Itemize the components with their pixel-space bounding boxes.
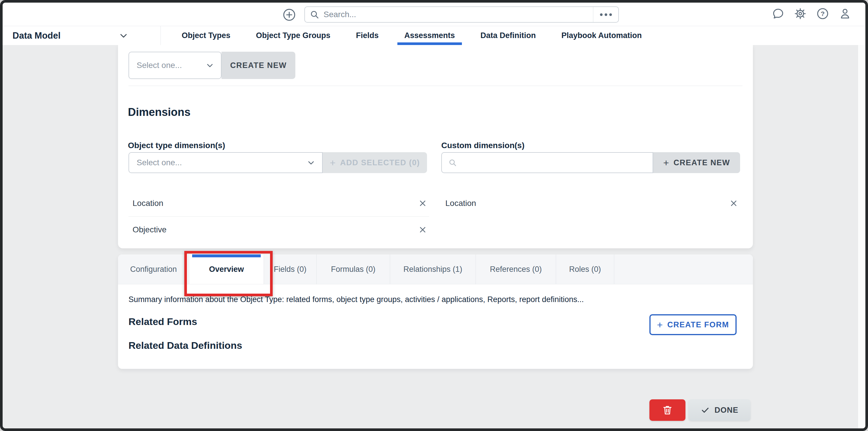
detail-tab-strip: Configuration Overview Fields (0) Formul… [118,255,753,284]
tab-configuration[interactable]: Configuration [118,255,189,284]
object-type-dimension-list: Location Objective [128,190,429,243]
section-divider [128,86,742,86]
related-data-definitions-heading: Related Data Definitions [128,340,242,351]
tab-overview[interactable]: Overview [189,255,264,284]
plus-icon: + [330,158,336,168]
chevron-down-icon [119,31,128,41]
tab-data-definition[interactable]: Data Definition [468,26,549,45]
custom-dimension-search-input[interactable] [462,158,647,168]
object-type-dimension-placeholder: Select one... [136,158,306,167]
search-input[interactable] [323,9,593,20]
remove-icon[interactable] [729,199,738,208]
create-new-custom-dimension-button[interactable]: + CREATE NEW [653,152,740,173]
top-header-bar: ? [3,3,865,26]
search-icon [310,9,319,20]
remove-icon[interactable] [418,199,427,208]
settings-gear-icon[interactable] [794,7,807,20]
chat-icon[interactable] [772,7,784,20]
create-new-button[interactable]: CREATE NEW [221,52,295,79]
help-icon[interactable]: ? [816,7,829,20]
chevron-down-icon [205,61,215,70]
done-button[interactable]: DONE [688,399,750,421]
chevron-down-icon [306,158,316,167]
remove-icon[interactable] [418,225,427,234]
list-item: Location [441,190,740,217]
tab-object-type-groups[interactable]: Object Type Groups [243,26,343,45]
assessment-config-card: Select one... CREATE NEW Dimensions Obje… [118,45,753,248]
focus-select-placeholder: Select one... [136,61,205,70]
svg-text:?: ? [820,10,825,18]
object-type-dimensions-label: Object type dimension(s) [128,141,225,150]
tab-playbook-automation[interactable]: Playbook Automation [549,26,655,45]
scrollbar-track[interactable] [858,26,865,428]
check-icon [701,405,710,415]
list-item: Objective [128,217,429,243]
tab-fields-count[interactable]: Fields (0) [264,255,316,284]
header-icons: ? [772,7,851,20]
search-icon [448,158,457,167]
dimensions-heading: Dimensions [128,106,190,119]
nav-divider [160,26,161,45]
object-type-dimension-select[interactable]: Select one... [128,152,323,173]
tab-fields[interactable]: Fields [343,26,392,45]
related-forms-heading: Related Forms [128,316,197,327]
data-model-menu-label: Data Model [12,31,60,41]
custom-dimension-search [441,152,653,173]
app-screen: ? Data Model Object Types Object Type Gr… [0,0,868,431]
plus-icon: + [663,158,670,168]
module-nav-bar: Data Model Object Types Object Type Grou… [3,26,865,45]
focus-select[interactable]: Select one... [128,52,221,79]
custom-dimension-list: Location [441,190,740,217]
trash-icon [661,404,673,416]
object-type-detail-card: Configuration Overview Fields (0) Formul… [118,255,753,369]
module-tabs: Object Types Object Type Groups Fields A… [169,26,655,45]
tab-assessments[interactable]: Assessments [392,26,468,45]
search-options-icon[interactable] [593,7,618,22]
global-search [304,6,619,23]
tab-formulas-count[interactable]: Formulas (0) [316,255,390,284]
tab-object-types[interactable]: Object Types [169,26,243,45]
list-item: Location [128,190,429,217]
user-profile-icon[interactable] [839,7,851,20]
tab-relationships-count[interactable]: Relationships (1) [390,255,476,284]
tab-references-count[interactable]: References (0) [476,255,556,284]
data-model-menu[interactable]: Data Model [12,26,128,45]
quick-add-icon[interactable] [282,8,296,22]
add-selected-button[interactable]: + ADD SELECTED (0) [323,152,427,173]
delete-button[interactable] [649,399,685,421]
custom-dimensions-label: Custom dimension(s) [441,141,524,150]
create-form-button[interactable]: + CREATE FORM [649,314,737,335]
overview-summary-text: Summary information about the Object Typ… [128,295,584,304]
plus-icon: + [657,320,663,330]
tab-roles-count[interactable]: Roles (0) [556,255,614,284]
